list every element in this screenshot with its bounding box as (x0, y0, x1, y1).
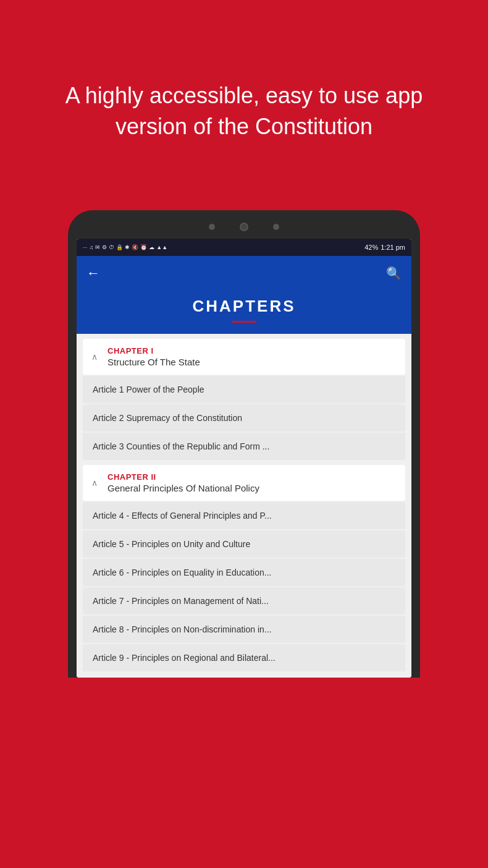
chapter-2-name: General Principles Of National Policy (107, 483, 395, 493)
article-item-4[interactable]: Article 4 - Effects of General Principle… (83, 502, 405, 529)
article-item-1[interactable]: Article 1 Power of the People (83, 376, 405, 403)
status-icon-gear: ⚙ (102, 244, 107, 250)
status-icon-lock: 🔒 (116, 244, 123, 250)
phone-mockup: ··· ♫ ✉ ⚙ ⏱ 🔒 ✱ 🔇 ⏰ ☁ ▲▲ 42% 1:21 pm (68, 210, 420, 678)
article-item-3[interactable]: Article 3 Counties of the Republic and F… (83, 433, 405, 460)
article-item-8[interactable]: Article 8 - Principles on Non-discrimina… (83, 616, 405, 643)
status-icon-wifi: ☁ (149, 244, 154, 250)
article-item-7[interactable]: Article 7 - Principles on Management of … (83, 587, 405, 615)
chapter-item-2[interactable]: ∧ Chapter Ii General Principles Of Natio… (83, 465, 405, 501)
status-icon-msg: ✉ (95, 244, 100, 250)
content-list: ∧ Chapter I Structure Of The State Artic… (77, 334, 411, 678)
chapter-1-name: Structure Of The State (107, 357, 395, 367)
hero-text: A highly accessible, easy to use app ver… (65, 80, 423, 143)
phone-wrapper: ··· ♫ ✉ ⚙ ⏱ 🔒 ✱ 🔇 ⏰ ☁ ▲▲ 42% 1:21 pm (0, 210, 488, 678)
article-item-9[interactable]: Article 9 - Principles on Regional and B… (83, 644, 405, 671)
article-item-2[interactable]: Article 2 Supremacy of the Constitution (83, 404, 405, 432)
phone-dot-left (209, 224, 215, 230)
phone-camera (240, 223, 248, 231)
status-icon-signal: ▲▲ (156, 244, 167, 250)
article-item-6[interactable]: Article 6 - Principles on Equality in Ed… (83, 559, 405, 586)
chapter-item-1[interactable]: ∧ Chapter I Structure Of The State (83, 339, 405, 375)
status-right: 42% 1:21 pm (364, 244, 405, 251)
search-button[interactable]: 🔍 (386, 266, 402, 281)
chapters-header: CHAPTERS (77, 291, 411, 334)
battery-text: 42% (364, 244, 378, 251)
status-icon-clock: ⏱ (109, 244, 114, 250)
status-icon-alarm: ⏰ (140, 244, 147, 250)
chevron-up-icon: ∧ (91, 352, 98, 362)
phone-dot-right (273, 224, 279, 230)
status-bar: ··· ♫ ✉ ⚙ ⏱ 🔒 ✱ 🔇 ⏰ ☁ ▲▲ 42% 1:21 pm (77, 239, 411, 256)
hero-section: A highly accessible, easy to use app ver… (0, 0, 488, 210)
chevron-up-icon-2: ∧ (91, 478, 98, 488)
status-icon-mute: 🔇 (132, 244, 138, 250)
app-toolbar: ← 🔍 (77, 256, 411, 291)
status-icons-left: ··· ♫ ✉ ⚙ ⏱ 🔒 ✱ 🔇 ⏰ ☁ ▲▲ (83, 244, 167, 250)
time-text: 1:21 pm (381, 244, 405, 251)
status-icon-spotify: ♫ (90, 244, 94, 250)
chapter-1-label: Chapter I (107, 346, 395, 355)
chapter-2-label: Chapter Ii (107, 472, 395, 482)
phone-screen: ··· ♫ ✉ ⚙ ⏱ 🔒 ✱ 🔇 ⏰ ☁ ▲▲ 42% 1:21 pm (77, 239, 411, 678)
back-button[interactable]: ← (86, 265, 100, 281)
chapters-title: CHAPTERS (89, 297, 399, 316)
status-icon-bt: ✱ (125, 244, 130, 250)
chapters-underline (232, 321, 256, 323)
article-item-5[interactable]: Article 5 - Principles on Unity and Cult… (83, 530, 405, 558)
phone-top-bar (77, 223, 411, 239)
status-icon-apps: ··· (83, 244, 88, 250)
